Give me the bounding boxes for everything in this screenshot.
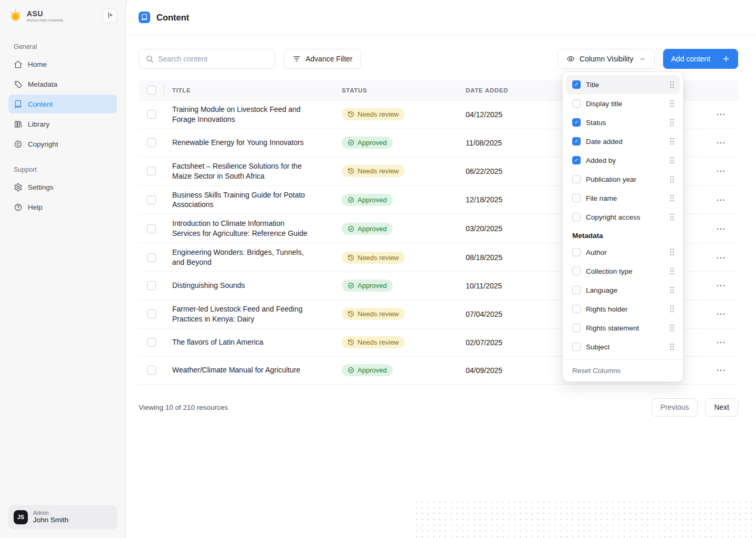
row-date: 04/09/2025 <box>466 366 558 375</box>
drag-handle-icon[interactable] <box>669 343 675 351</box>
user-card[interactable]: JS Admin John Smith <box>8 505 117 530</box>
column-option-copyright-access[interactable]: Copyright access <box>566 208 680 226</box>
sidebar-item-metadata[interactable]: Metadata <box>8 75 117 94</box>
row-actions-button[interactable]: ⋯ <box>716 253 726 262</box>
sidebar-collapse-button[interactable] <box>102 8 117 23</box>
row-actions-button[interactable]: ⋯ <box>716 281 726 290</box>
drag-handle-icon[interactable] <box>669 99 675 108</box>
column-option-checkbox[interactable] <box>572 194 581 202</box>
row-actions-button[interactable]: ⋯ <box>716 338 726 347</box>
row-checkbox[interactable] <box>147 138 156 147</box>
row-checkbox[interactable] <box>147 281 156 290</box>
column-option-file-name[interactable]: File name <box>566 189 680 208</box>
column-option-rights-holder[interactable]: Rights holder <box>566 299 680 318</box>
drag-handle-icon[interactable] <box>669 194 675 202</box>
column-option-checkbox[interactable] <box>572 286 581 294</box>
row-checkbox[interactable] <box>147 338 156 347</box>
row-checkbox[interactable] <box>147 309 156 318</box>
column-option-collection-type[interactable]: Collection type <box>566 262 680 281</box>
drag-handle-icon[interactable] <box>669 175 675 183</box>
status-badge: Approved <box>342 280 393 292</box>
drag-handle-icon[interactable] <box>669 213 675 221</box>
row-actions-button[interactable]: ⋯ <box>716 366 726 375</box>
sidebar-item-copyright[interactable]: Copyright <box>8 134 117 153</box>
column-option-date-added[interactable]: ✓Date added <box>566 132 680 151</box>
row-checkbox[interactable] <box>147 167 156 175</box>
drag-handle-icon[interactable] <box>669 248 675 256</box>
add-content-button[interactable]: Add content <box>663 49 738 69</box>
column-option-checkbox[interactable]: ✓ <box>572 137 581 146</box>
row-checkbox[interactable] <box>147 224 156 233</box>
content-page-icon <box>139 12 150 23</box>
drag-handle-icon[interactable] <box>669 267 675 275</box>
column-option-publication-year[interactable]: Publication year <box>566 170 680 189</box>
sidebar-item-library[interactable]: Library <box>8 115 117 133</box>
column-option-checkbox[interactable] <box>572 324 581 332</box>
drag-handle-icon[interactable] <box>669 324 675 332</box>
column-option-author[interactable]: Author <box>566 243 680 262</box>
column-option-label: Publication year <box>586 175 664 183</box>
column-option-title[interactable]: ✓Title <box>566 75 680 94</box>
column-option-checkbox[interactable] <box>572 305 581 313</box>
check-circle-icon <box>348 367 354 374</box>
previous-button[interactable]: Previous <box>652 398 698 417</box>
plus-icon <box>722 55 730 63</box>
sidebar-item-label: Help <box>28 203 43 211</box>
row-actions-button[interactable]: ⋯ <box>716 309 726 318</box>
column-option-rights-statement[interactable]: Rights statement <box>566 318 680 337</box>
column-option-label: Author <box>586 249 664 256</box>
sidebar-item-help[interactable]: Help <box>8 198 117 216</box>
sidebar-item-label: Library <box>28 120 49 128</box>
sidebar-item-content[interactable]: Content <box>8 95 117 113</box>
row-actions-button[interactable]: ⋯ <box>716 110 726 119</box>
column-option-checkbox[interactable] <box>572 267 581 275</box>
column-option-checkbox[interactable] <box>572 99 581 108</box>
row-actions-button[interactable]: ⋯ <box>716 167 726 175</box>
select-all-checkbox[interactable] <box>147 86 156 95</box>
row-actions-button[interactable]: ⋯ <box>716 224 726 233</box>
row-checkbox[interactable] <box>147 110 156 119</box>
column-option-display-title[interactable]: Display title <box>566 94 680 113</box>
column-option-checkbox[interactable] <box>572 213 581 221</box>
column-option-checkbox[interactable] <box>572 248 581 256</box>
copyright-icon <box>14 140 23 149</box>
row-checkbox[interactable] <box>147 366 156 375</box>
column-option-status[interactable]: ✓Status <box>566 113 680 132</box>
drag-handle-icon[interactable] <box>669 137 675 146</box>
status-badge: Needs review <box>342 308 405 320</box>
next-button[interactable]: Next <box>705 398 738 417</box>
row-checkbox[interactable] <box>147 253 156 262</box>
row-actions-button[interactable]: ⋯ <box>716 195 726 204</box>
row-title: Distinguishing Sounds <box>172 281 245 291</box>
column-option-subject[interactable]: Subject <box>566 337 680 356</box>
search-input[interactable] <box>158 55 268 63</box>
column-option-checkbox[interactable] <box>572 343 581 351</box>
reset-columns-button[interactable]: Reset Columns <box>563 359 683 381</box>
filter-icon <box>292 55 301 63</box>
column-option-label: Title <box>586 81 664 89</box>
row-checkbox[interactable] <box>147 195 156 204</box>
logo-subtitle: Arizona State University <box>27 18 63 22</box>
drag-handle-icon[interactable] <box>669 118 675 127</box>
row-actions-button[interactable]: ⋯ <box>716 138 726 147</box>
status-label: Approved <box>358 225 387 233</box>
table-footer: Viewing 10 of 210 resources Previous Nex… <box>139 398 738 417</box>
viewing-count: Viewing 10 of 210 resources <box>139 404 228 411</box>
sidebar-item-label: Home <box>28 60 47 68</box>
row-date: 08/18/2025 <box>466 253 558 262</box>
drag-handle-icon[interactable] <box>669 286 675 294</box>
column-option-checkbox[interactable]: ✓ <box>572 156 581 164</box>
column-option-label: Display title <box>586 100 664 108</box>
sidebar-item-settings[interactable]: Settings <box>8 178 117 196</box>
drag-handle-icon[interactable] <box>669 305 675 313</box>
column-visibility-button[interactable]: Column Visibility <box>558 49 655 69</box>
column-option-added-by[interactable]: ✓Added by <box>566 151 680 170</box>
column-option-checkbox[interactable]: ✓ <box>572 118 581 127</box>
advance-filter-button[interactable]: Advance Filter <box>284 49 361 69</box>
column-option-checkbox[interactable] <box>572 175 581 183</box>
column-option-checkbox[interactable]: ✓ <box>572 80 581 89</box>
drag-handle-icon[interactable] <box>669 156 675 164</box>
column-option-language[interactable]: Language <box>566 281 680 299</box>
sidebar-item-home[interactable]: Home <box>8 55 117 74</box>
drag-handle-icon[interactable] <box>669 80 675 89</box>
